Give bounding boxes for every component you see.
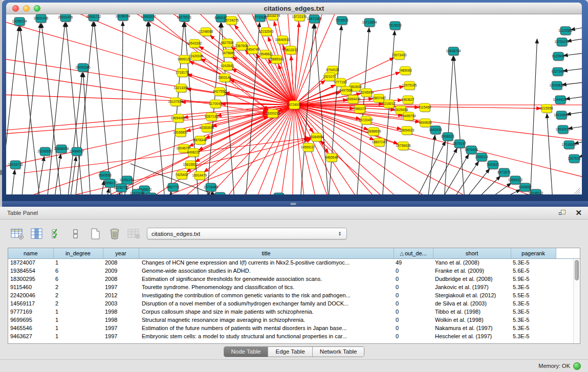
network-node[interactable]: 12450672 (213, 192, 228, 194)
network-node[interactable]: 9245652 (518, 183, 532, 192)
network-node[interactable]: 7986372 (353, 105, 366, 114)
resize-grip-icon[interactable] (574, 188, 580, 194)
network-node[interactable]: 8427552 (213, 87, 226, 97)
network-node[interactable]: 10973493 (392, 51, 407, 60)
tab-network-table[interactable]: Network Table (313, 347, 364, 357)
network-node[interactable]: 32691436 (34, 14, 49, 24)
network-node[interactable]: 9699695 (419, 119, 432, 128)
network-node[interactable]: 15276021 (177, 14, 192, 23)
network-node[interactable]: 12975165 (402, 81, 417, 91)
close-panel-icon[interactable]: ✕ (575, 208, 582, 217)
tab-edge-table[interactable]: Edge Table (268, 347, 312, 357)
new-column-icon[interactable] (88, 226, 102, 242)
network-node[interactable]: 17016504 (562, 141, 577, 150)
table-row[interactable]: 1456911722003Disruption of a novel membe… (8, 299, 580, 308)
network-node[interactable]: 11120581 (558, 27, 573, 36)
network-node[interactable]: 19654985 (171, 114, 186, 123)
network-node[interactable]: 6679197 (453, 140, 466, 149)
column-header-title[interactable]: title (139, 248, 394, 258)
network-node[interactable]: 8267130 (205, 113, 218, 122)
network-node[interactable]: 8215958 (540, 104, 553, 114)
network-node[interactable]: 9857771 (166, 183, 180, 192)
table-selector-dropdown[interactable]: citations_edges.txt ▲▼ (147, 228, 347, 239)
table-row[interactable]: 1938455462009Genome-wide association stu… (8, 267, 580, 275)
network-node[interactable]: 9777169 (334, 78, 347, 87)
network-canvas-svg[interactable]: 1872400719055724326914362693140620931712… (6, 14, 582, 194)
network-node[interactable]: 15751074 (555, 38, 570, 47)
network-node[interactable]: 10953327 (141, 14, 156, 22)
row-merge-icon[interactable] (69, 226, 83, 242)
network-node[interactable]: 9227343 (551, 68, 564, 77)
network-node[interactable]: 7515520 (388, 21, 402, 31)
network-node[interactable]: 12353594 (200, 124, 214, 133)
scrollbar-thumb[interactable] (575, 260, 579, 280)
network-node[interactable]: 13213394 (174, 84, 189, 93)
network-node[interactable]: 26260650 (38, 147, 53, 157)
network-node[interactable]: 12444157 (553, 96, 568, 105)
splitter-handle[interactable] (290, 203, 296, 205)
network-node[interactable]: 19245012 (529, 189, 543, 194)
show-columns-icon[interactable] (30, 226, 44, 242)
column-header-name[interactable]: name (8, 248, 53, 258)
network-node[interactable]: 15724275 (224, 16, 239, 26)
network-node[interactable]: 16640910 (275, 36, 290, 45)
network-node[interactable]: 9474444 (465, 146, 478, 155)
table-row[interactable]: 946362711997Embryonic stem cells: a mode… (8, 332, 580, 340)
network-node[interactable]: 7632621 (486, 161, 499, 170)
network-node[interactable]: 2935114 (475, 153, 488, 162)
network-node[interactable]: 19246548 (272, 193, 287, 194)
network-node[interactable]: 7485063 (399, 67, 412, 76)
network-node[interactable]: 16210643 (554, 111, 569, 120)
network-node[interactable]: 12248088 (199, 28, 213, 37)
network-node[interactable]: 9242843 (221, 62, 234, 71)
network-node[interactable]: 14756928 (396, 142, 411, 151)
table-mode-icon[interactable] (10, 226, 25, 242)
network-node[interactable]: 14569117 (301, 143, 316, 152)
network-node[interactable]: 18138104 (116, 14, 130, 21)
network-node[interactable]: 15716485 (204, 183, 219, 192)
network-node[interactable]: 16914479 (192, 171, 207, 181)
network-node[interactable]: 19654923 (400, 126, 415, 136)
network-node[interactable]: 16107554 (168, 98, 183, 107)
delete-columns-icon[interactable] (107, 226, 122, 242)
network-node[interactable]: 19384554 (309, 133, 324, 142)
column-header-year[interactable]: year (103, 248, 139, 258)
network-node[interactable]: 18316274 (266, 14, 280, 21)
float-panel-icon[interactable] (558, 209, 567, 217)
network-node[interactable]: 8471676 (497, 168, 511, 178)
network-node[interactable]: 19015733 (8, 161, 23, 170)
network-node[interactable]: 1640934 (429, 126, 442, 135)
network-node[interactable]: 9896128 (178, 55, 191, 64)
network-node[interactable]: 15484037 (70, 147, 84, 157)
delete-table-icon[interactable] (127, 226, 141, 242)
network-node[interactable]: 9115460 (419, 103, 431, 113)
network-node[interactable]: 15722376 (292, 14, 307, 22)
column-header-in-degree[interactable]: in_degree (53, 248, 103, 258)
network-node[interactable]: 1170041 (209, 100, 222, 109)
network-node[interactable]: 3498222 (187, 148, 200, 158)
network-window-titlebar[interactable]: citations_edges.txt (6, 3, 582, 14)
network-node[interactable]: 10688609 (366, 127, 381, 137)
network-node[interactable]: 9827508 (221, 39, 234, 48)
network-node[interactable]: 19613212 (284, 46, 298, 55)
network-node[interactable]: 15932971 (556, 125, 571, 135)
network-node[interactable]: 2803144 (218, 74, 231, 83)
network-node[interactable]: 8938923 (441, 133, 454, 142)
network-node[interactable]: 19055724 (12, 17, 27, 27)
network-node[interactable]: 18300295 (266, 110, 280, 119)
table-row[interactable]: 911546021997Tourette syndrome. Phenomeno… (8, 283, 580, 291)
column-checklist-icon[interactable] (49, 226, 63, 242)
network-node[interactable]: 12152543 (259, 28, 274, 37)
table-row[interactable]: 946554611997Estimation of the future num… (8, 324, 580, 332)
network-node[interactable]: 18807249 (372, 138, 387, 147)
network-node[interactable]: 19166857 (173, 128, 188, 138)
network-node[interactable]: 16782759 (114, 184, 129, 193)
table-row[interactable]: 1872400712008Changes of HCN gene express… (8, 258, 580, 267)
network-node[interactable]: 6497568 (339, 86, 353, 96)
network-node[interactable]: 1167533 (568, 155, 581, 164)
column-header-short[interactable]: short (433, 248, 511, 258)
network-node[interactable]: 9463627 (401, 96, 415, 105)
table-scrollbar[interactable] (573, 259, 579, 343)
network-node[interactable]: 26931406 (58, 14, 73, 23)
network-node[interactable]: 15720407 (359, 116, 374, 125)
